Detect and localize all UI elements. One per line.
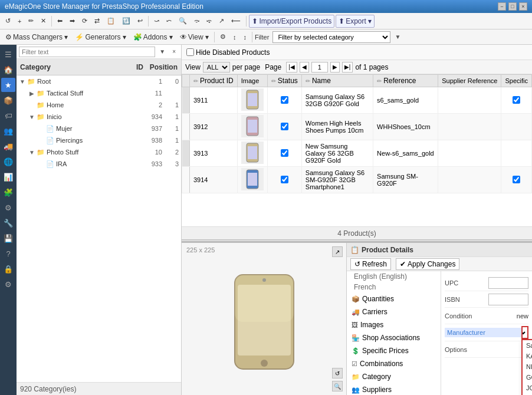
dropdown-item-samsung1[interactable]: Samsung: [523, 340, 532, 351]
tree-item-ira[interactable]: 📄 IRA 933 3: [17, 158, 181, 170]
tool2-button[interactable]: 📋: [104, 15, 118, 28]
filter-icon-btn[interactable]: ⚙: [217, 31, 229, 44]
row-selector[interactable]: [182, 114, 190, 140]
maximize-button[interactable]: □: [508, 2, 517, 11]
product-status-checkbox[interactable]: [281, 176, 288, 183]
toggle-root[interactable]: ▼: [19, 78, 26, 85]
name-col-header[interactable]: ✏ Name: [301, 75, 373, 87]
image-col-header[interactable]: Image: [237, 75, 267, 87]
toggle-photo[interactable]: ▼: [28, 149, 35, 156]
sidebar-icon-help[interactable]: ?: [1, 246, 15, 261]
status-col-header[interactable]: ✏ Status: [267, 75, 301, 87]
specific-col-header[interactable]: Specific: [501, 75, 532, 87]
hide-disabled-label[interactable]: Hide Disabled Products: [186, 48, 270, 57]
product-status-checkbox[interactable]: [281, 123, 288, 130]
sync2-btn[interactable]: ↕: [240, 31, 249, 44]
row-selector[interactable]: [182, 167, 190, 193]
sidebar-icon-wrench[interactable]: 🔧: [1, 216, 15, 230]
row-selector[interactable]: [182, 87, 190, 114]
nav-item-shop-associations[interactable]: 🏪 Shop Associations: [347, 331, 441, 344]
filter-options-btn[interactable]: ▼: [156, 46, 168, 58]
export-button[interactable]: ⬆ Export ▾: [336, 15, 375, 28]
addons-button[interactable]: 🧩 Addons ▾: [130, 31, 176, 44]
sidebar-icon-globe[interactable]: 🌐: [1, 154, 15, 169]
refresh-button[interactable]: ↺: [2, 15, 14, 28]
sync-btn[interactable]: ↕: [230, 31, 239, 44]
dropdown-item-kappa[interactable]: KAPPA: [523, 351, 532, 361]
tool1-button[interactable]: ⇄: [91, 15, 103, 28]
tree-item-tactical[interactable]: ▶ 📁 Tactical Stuff 11: [17, 87, 181, 99]
toggle-inicio[interactable]: ▼: [28, 113, 35, 120]
sidebar-icon-star[interactable]: ★: [1, 78, 15, 92]
supplier-ref-col-header[interactable]: Supplier Reference: [438, 75, 501, 87]
refresh-details-button[interactable]: ↺ Refresh: [350, 258, 391, 270]
sidebar-icon-settings[interactable]: ⚙: [1, 277, 15, 291]
sidebar-icon-chart[interactable]: 📊: [1, 170, 15, 184]
back-button[interactable]: ⬅: [54, 15, 65, 28]
add-button[interactable]: +: [15, 15, 24, 28]
tree-item-inicio[interactable]: ▼ 📁 Inicio 934 1: [17, 111, 181, 123]
nav-item-category[interactable]: 📁 Category: [347, 370, 441, 383]
first-page-button[interactable]: |◀: [286, 62, 297, 73]
tool10-button[interactable]: ↗: [216, 15, 227, 28]
tool3-button[interactable]: 🔃: [119, 15, 133, 28]
product-status-checkbox[interactable]: [281, 149, 288, 157]
sidebar-icon-people[interactable]: 👥: [1, 124, 15, 138]
generators-button[interactable]: ⚡ Generators ▾: [72, 31, 129, 44]
prev-page-button[interactable]: ◀: [300, 62, 309, 73]
reference-col-header[interactable]: ✏ Reference: [373, 75, 438, 87]
filter-clear-btn[interactable]: ×: [169, 46, 179, 58]
sidebar-icon-box[interactable]: 📦: [1, 93, 15, 107]
forward-button[interactable]: ➡: [67, 15, 78, 28]
thumb-expand-btn[interactable]: ↗: [332, 246, 343, 257]
view-button[interactable]: 👁 View ▾: [177, 31, 212, 44]
last-page-button[interactable]: ▶|: [342, 62, 353, 73]
category-filter-input[interactable]: [19, 47, 155, 57]
tool8-button[interactable]: ⤼: [191, 15, 202, 28]
sidebar-icon-database[interactable]: 💾: [1, 231, 15, 245]
product-id-col-header[interactable]: ✏ Product ID: [190, 75, 238, 87]
tree-item-root[interactable]: ▼ 📁 Root 1 0: [17, 75, 181, 87]
tree-item-photo[interactable]: ▼ 📁 Photo Stuff 10 2: [17, 146, 181, 158]
thumb-refresh-btn[interactable]: ↺: [332, 368, 343, 378]
sidebar-icon-home[interactable]: 🏠: [1, 62, 15, 77]
tool5-button[interactable]: ⤻: [151, 15, 162, 28]
product-specific-checkbox[interactable]: [513, 176, 520, 183]
nav-item-images[interactable]: 🖼 Images: [347, 318, 441, 331]
product-status-checkbox[interactable]: [281, 96, 288, 104]
close-button[interactable]: ×: [519, 2, 527, 11]
filter-options-button[interactable]: ▼: [392, 31, 403, 43]
sidebar-icon-tag[interactable]: 🏷: [1, 108, 15, 123]
toggle-home[interactable]: [28, 101, 35, 108]
row-selector[interactable]: [182, 140, 190, 167]
tool6-button[interactable]: ⤺: [163, 15, 175, 28]
manufacturer-select[interactable]: Samsung: [521, 326, 528, 339]
tool11-button[interactable]: ⟵: [228, 15, 244, 28]
tool4-button[interactable]: ↩: [134, 15, 146, 28]
sidebar-icon-sliders[interactable]: ⚙: [1, 200, 15, 215]
apply-changes-button[interactable]: ✔ Apply Changes: [396, 258, 459, 270]
page-input[interactable]: [311, 62, 328, 73]
reload-button[interactable]: ⟳: [79, 15, 90, 28]
sidebar-icon-truck[interactable]: 🚚: [1, 139, 15, 153]
view-select[interactable]: ALL: [203, 62, 230, 73]
hide-disabled-checkbox[interactable]: [186, 48, 194, 56]
tool7-button[interactable]: 🔍: [176, 15, 190, 28]
tool9-button[interactable]: ⤽: [203, 15, 215, 28]
nav-item-suppliers[interactable]: 👥 Suppliers: [347, 383, 441, 395]
toggle-tactical[interactable]: ▶: [28, 90, 35, 97]
upc-input[interactable]: [488, 277, 528, 289]
filter-select[interactable]: Filter by selected categoryFilter by all…: [272, 31, 390, 43]
dropdown-item-nike[interactable]: NIKE: [523, 361, 532, 372]
nav-item-specific-prices[interactable]: 💲 Specific Prices: [347, 344, 441, 357]
sidebar-icon-menu[interactable]: ☰: [1, 47, 15, 61]
thumb-zoom-btn[interactable]: 🔍: [332, 381, 343, 391]
tree-item-mujer[interactable]: 📄 Mujer 937 1: [17, 123, 181, 134]
product-specific-checkbox[interactable]: [513, 96, 520, 104]
sidebar-icon-lock[interactable]: 🔒: [1, 262, 15, 276]
isbn-input[interactable]: [488, 294, 528, 305]
nav-item-english[interactable]: English (English): [347, 271, 441, 282]
mass-changers-button[interactable]: ⚙ Mass Changers ▾: [2, 31, 71, 44]
tree-item-piercings[interactable]: 📄 Piercings 938 1: [17, 134, 181, 146]
nav-item-french[interactable]: French: [347, 282, 441, 292]
